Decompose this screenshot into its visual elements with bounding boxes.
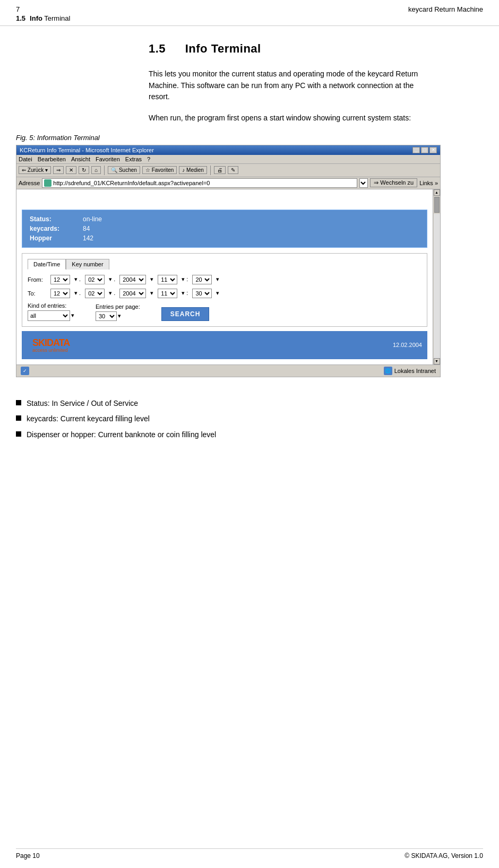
to-year[interactable]: 2004	[119, 289, 146, 298]
app-title: keycard Return Machine Information Termi…	[22, 195, 427, 204]
address-input[interactable]: http://sdrefund_01/KCReturnInfo/default.…	[42, 178, 357, 188]
footer-right: 🌐 Lokales Intranet	[384, 367, 436, 375]
to-day[interactable]: 12	[50, 289, 70, 298]
kind-select[interactable]: all	[28, 310, 70, 321]
status-val-3: 142	[83, 235, 93, 242]
bullet-text-2: keycards: Current keycard filling level	[27, 414, 150, 424]
search-button-main[interactable]: SEARCH	[161, 307, 210, 321]
search-kind-row: Kind of entries: all ▾ Entries per page:…	[28, 302, 421, 321]
to-min[interactable]: 30	[192, 289, 212, 298]
search-button[interactable]: 🔍 Suchen	[108, 166, 140, 174]
skidata-logo: SKIDATA	[32, 337, 70, 349]
menu-bearbeiten[interactable]: Bearbeiten	[38, 156, 66, 162]
from-hour[interactable]: 11	[158, 275, 177, 284]
toolbar-sep1	[104, 166, 105, 175]
from-month[interactable]: 02	[85, 275, 105, 284]
back-button[interactable]: ⇐ Zurück ▾	[19, 166, 51, 174]
app-content: keycard Return Machine Information Termi…	[16, 189, 433, 364]
page-icon	[44, 179, 51, 187]
scrollbar-down[interactable]: ▼	[434, 358, 440, 364]
maximize-button[interactable]: □	[421, 147, 428, 153]
body-para2: When run, the program first opens a star…	[149, 112, 425, 124]
page-footer: Page 10 © SKIDATA AG, Version 1.0	[16, 848, 483, 860]
go-button[interactable]: ⇒ Wechseln zu	[370, 178, 417, 187]
status-panel: Status: on-line keycards: 84 Hopper 142	[22, 210, 427, 248]
search-panel: Date/Time Key number From: 12 ▾ . 02 ▾ .…	[22, 253, 427, 327]
from-day[interactable]: 12	[50, 275, 70, 284]
forward-button[interactable]: ⇒	[53, 166, 64, 174]
favorites-button[interactable]: ☆ Favoriten	[142, 166, 177, 174]
status-row-2: keycards: 84	[30, 225, 419, 232]
browser-scrollbar: ▲ ▼	[433, 189, 440, 364]
links-label[interactable]: Links »	[419, 180, 438, 186]
footer-date: 12.02.2004	[393, 342, 422, 348]
scrollbar-track	[434, 214, 440, 358]
from-label: From:	[28, 276, 46, 283]
kind-label: Kind of entries:	[28, 302, 74, 309]
status-val-2: 84	[83, 225, 90, 232]
refresh-button[interactable]: ↻	[79, 166, 89, 174]
media-button[interactable]: ♪ Medien	[179, 166, 207, 174]
stop-button[interactable]: ✕	[66, 166, 76, 174]
status-label-3: Hopper	[30, 235, 72, 242]
titlebar-buttons: _ □ ✕	[412, 147, 437, 153]
browser-statusbar: ✓ 🌐 Lokales Intranet	[16, 364, 440, 377]
to-month[interactable]: 02	[85, 289, 105, 298]
from-row: From: 12 ▾ . 02 ▾ . 2004 ▾ 11 ▾ : 20 ▾	[28, 275, 421, 284]
close-button[interactable]: ✕	[429, 147, 437, 153]
browser-window: KCReturn Info Terminal - Microsoft Inter…	[16, 145, 441, 377]
bullet-item-3: Dispenser or hopper: Current banknote or…	[16, 430, 483, 440]
edit-button[interactable]: ✎	[228, 166, 238, 174]
main-content: 1.5 Info Terminal This lets you monitor …	[0, 26, 499, 462]
bullet-icon-1	[16, 400, 21, 405]
body-para1: This lets you monitor the current status…	[149, 68, 425, 103]
tab-keynumber[interactable]: Key number	[66, 259, 109, 270]
chapter-title: Info Terminal	[185, 42, 261, 55]
status-row-3: Hopper 142	[30, 235, 419, 242]
tab-bar: Date/Time Key number	[28, 259, 421, 270]
home-button[interactable]: ⌂	[91, 166, 101, 174]
entries-select[interactable]: 30	[96, 311, 117, 321]
menu-ansicht[interactable]: Ansicht	[71, 156, 90, 162]
to-row: To: 12 ▾ . 02 ▾ . 2004 ▾ 11 ▾ : 30 ▾	[28, 289, 421, 298]
chapter-heading: 1.5 Info Terminal	[149, 42, 483, 56]
from-year[interactable]: 2004	[119, 275, 146, 284]
skidata-tagline: access unlimited	[32, 348, 70, 353]
kind-block: Kind of entries: all ▾	[28, 302, 74, 321]
from-min[interactable]: 20	[192, 275, 212, 284]
tab-datetime[interactable]: Date/Time	[28, 259, 66, 270]
entries-label: Entries per page:	[96, 303, 140, 310]
skidata-logo-area: SKIDATA access unlimited	[27, 334, 75, 356]
address-url: http://sdrefund_01/KCReturnInfo/default.…	[53, 180, 210, 186]
menu-datei[interactable]: Datei	[19, 156, 32, 162]
scrollbar-up[interactable]: ▲	[434, 189, 440, 196]
print-button[interactable]: 🖨	[214, 166, 226, 174]
address-dropdown[interactable]	[359, 178, 368, 188]
page-footer-left: Page 10	[16, 852, 40, 860]
menu-extras[interactable]: Extras	[125, 156, 142, 162]
bullet-text-1: Status: In Service / Out of Service	[27, 398, 138, 409]
bullet-item-1: Status: In Service / Out of Service	[16, 398, 483, 409]
scrollbar-thumb[interactable]	[434, 197, 440, 213]
bullet-icon-3	[16, 431, 21, 437]
to-label: To:	[28, 290, 46, 297]
minimize-button[interactable]: _	[412, 147, 420, 153]
intranet-label: Lokales Intranet	[394, 368, 436, 374]
section-label: Info Terminal	[30, 14, 70, 22]
page-footer-right: © SKIDATA AG, Version 1.0	[405, 852, 483, 860]
page-header: 7 keycard Return Machine	[0, 0, 499, 13]
footer-status-left: ✓	[21, 367, 31, 375]
status-label-2: keycards:	[30, 225, 72, 232]
browser-title: KCReturn Info Terminal - Microsoft Inter…	[20, 147, 154, 153]
page-number-top: 7	[16, 5, 20, 13]
status-row-1: Status: on-line	[30, 215, 419, 223]
to-hour[interactable]: 11	[158, 289, 177, 298]
browser-titlebar: KCReturn Info Terminal - Microsoft Inter…	[16, 145, 440, 155]
toolbar-sep2	[210, 166, 211, 175]
menu-favoriten[interactable]: Favoriten	[96, 156, 120, 162]
title-right: keycard Return Machine	[408, 5, 483, 13]
menu-help[interactable]: ?	[147, 156, 150, 162]
bullet-icon-2	[16, 415, 21, 421]
status-label-1: Status:	[30, 215, 72, 223]
figure-caption: Fig. 5: Information Terminal	[16, 134, 483, 142]
